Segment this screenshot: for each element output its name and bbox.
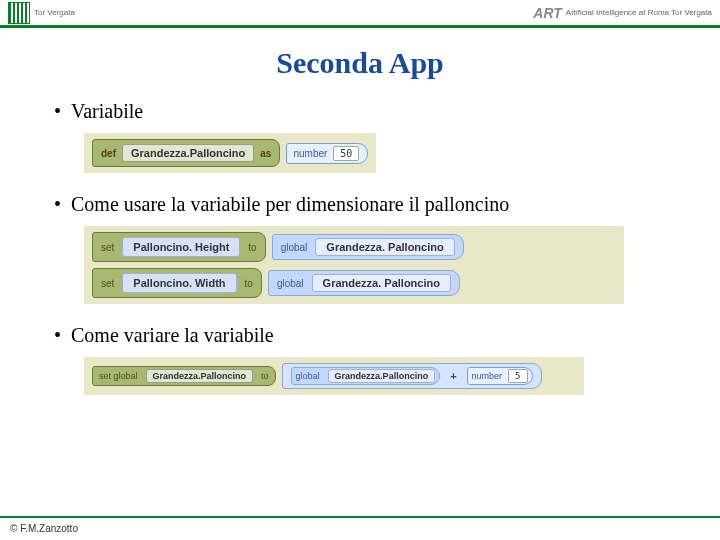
rhs-number-block: number 5: [467, 367, 533, 385]
global-var: Grandezza. Palloncino: [312, 274, 451, 292]
set-block-height: set Palloncino. Height to: [92, 232, 266, 262]
set-block-width: set Palloncino. Width to: [92, 268, 262, 298]
global-block-width: global Grandezza. Palloncino: [268, 270, 460, 296]
as-keyword: as: [260, 148, 271, 159]
blocks-incr-strip: set global Grandezza.Palloncino to globa…: [84, 357, 584, 395]
math-block: global Grandezza.Palloncino + number 5: [282, 363, 542, 389]
footer-divider: [0, 516, 720, 518]
plus-op: +: [446, 370, 460, 382]
art-logo-icon: ART: [533, 5, 562, 21]
prop-height: Palloncino. Height: [122, 237, 240, 257]
global-kw: global: [296, 371, 320, 381]
blocks-def-strip: def Grandezza.Palloncino as number 50: [84, 133, 376, 173]
bullet-variable: Variabile: [54, 100, 680, 123]
incr-row: set global Grandezza.Palloncino to globa…: [92, 363, 576, 389]
number-kw: number: [472, 371, 503, 381]
university-label: Tor Vergata: [34, 8, 75, 17]
def-keyword: def: [101, 148, 116, 159]
to-kw: to: [245, 278, 253, 289]
university-logo-icon: [8, 2, 30, 24]
bullet-usage: Come usare la variabile per dimensionare…: [54, 193, 680, 216]
lhs-var: Grandezza.Palloncino: [328, 369, 436, 383]
logo-left: Tor Vergata: [8, 2, 75, 24]
lhs-global-block: global Grandezza.Palloncino: [291, 367, 441, 385]
set-global-kw: set global: [99, 371, 138, 381]
art-label: Artificial Intelligence at Roma Tor Verg…: [566, 8, 712, 17]
global-kw: global: [281, 242, 308, 253]
bullet-text-1: Variabile: [71, 100, 143, 123]
set-kw: set: [101, 278, 114, 289]
prop-width: Palloncino. Width: [122, 273, 236, 293]
content: Variabile def Grandezza.Palloncino as nu…: [0, 100, 720, 395]
to-kw: to: [261, 371, 269, 381]
bullet-text-2: Come usare la variabile per dimensionare…: [71, 193, 509, 216]
def-row: def Grandezza.Palloncino as number 50: [92, 139, 368, 167]
to-kw: to: [248, 242, 256, 253]
footer-copyright: © F.M.Zanzotto: [10, 523, 78, 534]
page-title: Seconda App: [0, 46, 720, 80]
def-block: def Grandezza.Palloncino as: [92, 139, 280, 167]
set-row-height: set Palloncino. Height to global Grandez…: [92, 232, 616, 262]
number-value: 50: [333, 146, 359, 161]
number-keyword: number: [293, 148, 327, 159]
global-block-height: global Grandezza. Palloncino: [272, 234, 464, 260]
variable-name-chip: Grandezza.Palloncino: [122, 144, 254, 162]
target-var: Grandezza.Palloncino: [146, 369, 254, 383]
bullet-vary: Come variare la variabile: [54, 324, 680, 347]
logo-right: ART Artificial Intelligence at Roma Tor …: [533, 5, 712, 21]
blocks-set-strip: set Palloncino. Height to global Grandez…: [84, 226, 624, 304]
set-kw: set: [101, 242, 114, 253]
global-kw: global: [277, 278, 304, 289]
header-bar: Tor Vergata ART Artificial Intelligence …: [0, 0, 720, 28]
bullet-text-3: Come variare la variabile: [71, 324, 274, 347]
set-global-block: set global Grandezza.Palloncino to: [92, 366, 276, 386]
global-var: Grandezza. Palloncino: [315, 238, 454, 256]
set-row-width: set Palloncino. Width to global Grandezz…: [92, 268, 616, 298]
rhs-number-value: 5: [508, 369, 527, 383]
number-block: number 50: [286, 143, 368, 164]
